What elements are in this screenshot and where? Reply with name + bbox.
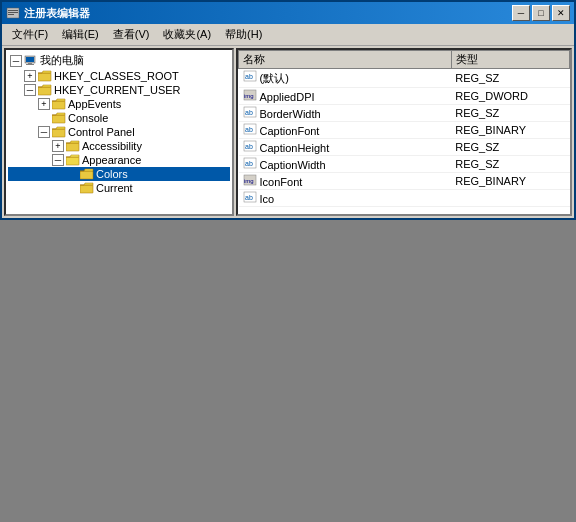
tree-label-mycomputer: 我的电脑 [40, 53, 84, 68]
svg-text:ab: ab [245, 194, 253, 201]
expander-current-spacer [66, 182, 78, 194]
menu-item-edit[interactable]: 编辑(E) [56, 26, 105, 43]
svg-text:ab: ab [245, 160, 253, 167]
menu-item-file[interactable]: 文件(F) [6, 26, 54, 43]
expander-mycomputer[interactable]: ─ [10, 55, 22, 67]
tree-item-hkcu[interactable]: ─ HKEY_CURRENT_USER [8, 83, 230, 97]
folder-icon-accessibility [66, 140, 80, 152]
svg-rect-9 [38, 87, 51, 95]
ab-icon: ab [243, 106, 257, 118]
value-type-cell: REG_DWORD [451, 88, 569, 105]
tree-item-accessibility[interactable]: + Accessibility [8, 139, 230, 153]
svg-rect-10 [52, 101, 65, 109]
svg-text:ab: ab [245, 73, 253, 80]
folder-icon-appearance-open [66, 154, 80, 166]
folder-icon-hkcu [38, 84, 52, 96]
tree-scroll-area[interactable]: ─ 我的电脑 + [6, 50, 232, 214]
tree-item-hkcr[interactable]: + HKEY_CLASSES_ROOT [8, 69, 230, 83]
value-pane[interactable]: 名称 类型 ab(默认)REG_SZimgAppliedDPIREG_DWORD… [236, 48, 572, 216]
expander-appevents[interactable]: + [38, 98, 50, 110]
title-buttons: ─ □ ✕ [512, 5, 570, 21]
menu-item-help[interactable]: 帮助(H) [219, 26, 268, 43]
tree-label-appearance: Appearance [82, 154, 141, 166]
tree-pane: ─ 我的电脑 + [4, 48, 234, 216]
tree-item-console[interactable]: Console [8, 111, 230, 125]
svg-rect-15 [67, 159, 78, 164]
expander-console-spacer [38, 112, 50, 124]
expander-colors-spacer [66, 168, 78, 180]
svg-text:ab: ab [245, 143, 253, 150]
value-type-cell: REG_SZ [451, 156, 569, 173]
tree-item-appearance[interactable]: ─ Appearance [8, 153, 230, 167]
svg-rect-5 [26, 57, 34, 62]
expander-accessibility[interactable]: + [52, 140, 64, 152]
svg-text:ab: ab [245, 109, 253, 116]
value-name-cell: abCaptionWidth [239, 156, 452, 173]
value-type-cell [451, 190, 569, 207]
expander-hkcu[interactable]: ─ [24, 84, 36, 96]
menu-item-view[interactable]: 查看(V) [107, 26, 156, 43]
folder-icon-hkcr [38, 70, 52, 82]
folder-icon-current [80, 182, 94, 194]
main-window: 注册表编辑器 ─ □ ✕ 文件(F)编辑(E)查看(V)收藏夹(A)帮助(H) … [0, 0, 576, 220]
content-area: ─ 我的电脑 + [2, 46, 574, 218]
svg-rect-17 [80, 185, 93, 193]
table-row[interactable]: ab(默认)REG_SZ [239, 69, 570, 88]
expander-controlpanel[interactable]: ─ [38, 126, 50, 138]
table-row[interactable]: abCaptionFontREG_BINARY [239, 122, 570, 139]
tree-item-controlpanel[interactable]: ─ Control Panel [8, 125, 230, 139]
computer-icon [24, 55, 38, 67]
menu-item-favorites[interactable]: 收藏夹(A) [157, 26, 217, 43]
folder-icon-appevents [52, 98, 66, 110]
img-icon: img [243, 89, 257, 101]
expander-hkcr[interactable]: + [24, 70, 36, 82]
close-button[interactable]: ✕ [552, 5, 570, 21]
tree-label-current: Current [96, 182, 133, 194]
ab-icon: ab [243, 140, 257, 152]
minimize-button[interactable]: ─ [512, 5, 530, 21]
svg-rect-11 [52, 115, 65, 123]
value-name-cell: ab(默认) [239, 69, 452, 88]
folder-icon-colors [80, 168, 94, 180]
title-bar: 注册表编辑器 ─ □ ✕ [2, 2, 574, 24]
table-row[interactable]: imgIconFontREG_BINARY [239, 173, 570, 190]
svg-text:img: img [244, 178, 254, 184]
svg-rect-7 [26, 64, 34, 65]
ab-icon: ab [243, 70, 257, 82]
value-name-cell: abBorderWidth [239, 105, 452, 122]
svg-text:ab: ab [245, 126, 253, 133]
svg-text:img: img [244, 93, 254, 99]
tree-item-colors[interactable]: Colors [8, 167, 230, 181]
col-header-type: 类型 [451, 51, 569, 69]
svg-rect-2 [8, 12, 18, 13]
svg-rect-13 [66, 143, 79, 151]
value-name-cell: imgAppliedDPI [239, 88, 452, 105]
value-table: 名称 类型 ab(默认)REG_SZimgAppliedDPIREG_DWORD… [238, 50, 570, 207]
tree-label-console: Console [68, 112, 108, 124]
svg-rect-16 [80, 171, 93, 179]
table-row[interactable]: abCaptionWidthREG_SZ [239, 156, 570, 173]
ab-icon: ab [243, 123, 257, 135]
tree-item-appevents[interactable]: + AppEvents [8, 97, 230, 111]
tree-item-mycomputer[interactable]: ─ 我的电脑 [8, 52, 230, 69]
tree-label-accessibility: Accessibility [82, 140, 142, 152]
table-row[interactable]: imgAppliedDPIREG_DWORD [239, 88, 570, 105]
value-name-cell: abCaptionFont [239, 122, 452, 139]
maximize-button[interactable]: □ [532, 5, 550, 21]
value-type-cell: REG_SZ [451, 69, 569, 88]
value-name-cell: abCaptionHeight [239, 139, 452, 156]
col-header-name: 名称 [239, 51, 452, 69]
menubar: 文件(F)编辑(E)查看(V)收藏夹(A)帮助(H) [2, 24, 574, 46]
window-title: 注册表编辑器 [24, 6, 90, 21]
svg-rect-3 [8, 14, 14, 15]
value-type-cell: REG_BINARY [451, 173, 569, 190]
expander-appearance[interactable]: ─ [52, 154, 64, 166]
tree-label-colors: Colors [96, 168, 128, 180]
table-row[interactable]: abIco [239, 190, 570, 207]
table-row[interactable]: abBorderWidthREG_SZ [239, 105, 570, 122]
tree-label-hkcu: HKEY_CURRENT_USER [54, 84, 181, 96]
table-row[interactable]: abCaptionHeightREG_SZ [239, 139, 570, 156]
tree-item-current[interactable]: Current [8, 181, 230, 195]
svg-rect-1 [8, 10, 18, 11]
value-type-cell: REG_SZ [451, 105, 569, 122]
